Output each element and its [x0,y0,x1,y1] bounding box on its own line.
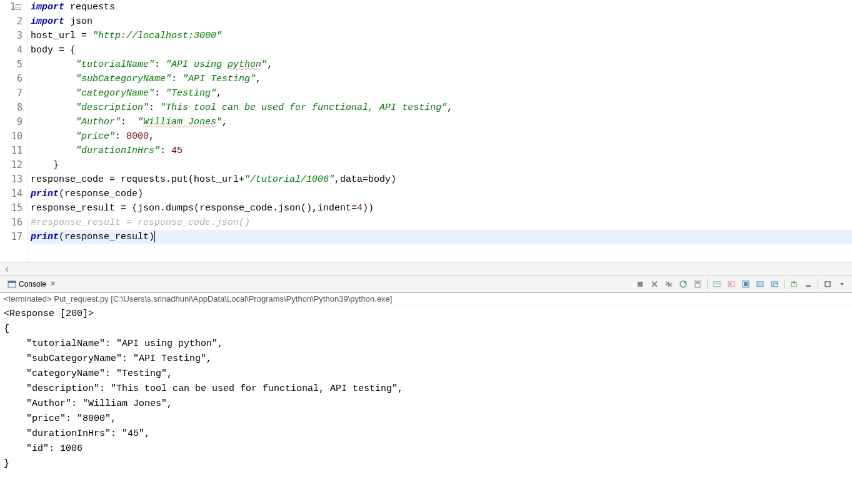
code-line[interactable]: host_url = "http://localhost:3000" [31,29,852,43]
remove-launch-icon[interactable] [648,278,661,290]
line-number: 8 [0,101,23,115]
code-line[interactable]: "Author": "William Jones", [31,115,852,129]
maximize-icon[interactable] [821,278,834,290]
line-number: 12 [0,158,23,172]
svg-rect-18 [744,282,748,286]
code-line[interactable]: print(response_code) [31,187,852,201]
line-number: 15 [0,201,23,215]
svg-rect-11 [695,281,700,287]
new-console-icon[interactable] [788,278,800,290]
scroll-left-icon[interactable]: ❮ [3,265,11,273]
svg-rect-12 [696,282,699,284]
console-icon [8,280,16,289]
line-number: 7 [0,86,23,101]
console-tab[interactable]: Console ✕ [4,279,59,290]
toolbar-separator [784,279,784,289]
code-editor-pane: 1−234567891011121314151617 import reques… [0,0,852,275]
code-line[interactable]: "tutorialName": "API using python", [31,57,852,72]
line-number: 5 [0,57,23,72]
line-number: 1− [0,0,23,14]
line-number: 17 [0,230,23,244]
svg-marker-27 [840,283,844,285]
line-number: 4 [0,43,23,57]
console-process-info: <terminated> Put_request.py [C:\Users\s.… [0,293,852,305]
svg-rect-2 [638,282,643,287]
close-tab-icon[interactable]: ✕ [50,280,56,288]
line-number-gutter: 1−234567891011121314151617 [0,0,28,262]
line-number: 6 [0,72,23,86]
code-line[interactable]: #response_result = response_code.json() [31,215,852,230]
console-toolbar [634,278,848,290]
scroll-lock-icon[interactable] [691,278,704,290]
code-line[interactable]: "subCategoryName": "API Testing", [31,72,852,86]
code-line[interactable]: "price": 8000, [31,129,852,144]
open-console-2-icon[interactable] [768,278,781,290]
pin-console-icon[interactable] [725,278,738,290]
svg-rect-21 [774,284,778,287]
toolbar-separator [818,279,818,289]
code-line[interactable]: response_code = requests.put(host_url+"/… [31,172,852,187]
code-line[interactable]: "categoryName": "Testing", [31,86,852,101]
line-number: 14 [0,187,23,201]
minimize-icon[interactable] [802,278,814,290]
svg-rect-13 [714,282,720,287]
svg-rect-26 [825,282,830,287]
toolbar-separator [707,279,708,289]
remove-all-icon[interactable] [663,278,675,290]
code-line[interactable]: import requests [31,0,852,14]
line-number: 13 [0,172,23,187]
line-number: 10 [0,129,23,144]
code-line[interactable]: print(response_result) [31,230,852,244]
line-number: 9 [0,115,23,129]
display-selected-icon[interactable] [739,278,752,290]
terminate-icon[interactable] [634,278,646,290]
code-line[interactable]: "durationInHrs": 45 [31,144,852,158]
svg-point-10 [684,281,686,284]
horizontal-scrollbar[interactable]: ❮ [0,262,852,275]
line-number: 16 [0,215,23,230]
svg-rect-1 [8,281,16,283]
code-area[interactable]: import requestsimport jsonhost_url = "ht… [28,0,852,262]
code-line[interactable]: body = { [31,43,852,57]
svg-rect-19 [757,282,763,287]
line-number: 2 [0,14,23,29]
line-number: 11 [0,144,23,158]
code-line[interactable]: "description": "This tool can be used fo… [31,101,852,115]
code-line[interactable]: } [31,158,852,172]
svg-rect-16 [729,283,731,285]
code-line[interactable]: response_result = (json.dumps(response_c… [31,201,852,215]
console-output[interactable]: <Response [200]> { "tutorialName": "API … [0,305,852,504]
line-number: 3 [0,29,23,43]
open-console-icon[interactable] [754,278,766,290]
show-console-icon[interactable] [711,278,723,290]
console-tab-label: Console [19,280,46,289]
text-cursor [154,231,155,242]
menu-icon[interactable] [836,278,848,290]
code-line[interactable]: import json [31,14,852,29]
code-container[interactable]: 1−234567891011121314151617 import reques… [0,0,852,262]
clear-console-icon[interactable] [677,278,689,290]
console-header: Console ✕ [0,275,852,293]
